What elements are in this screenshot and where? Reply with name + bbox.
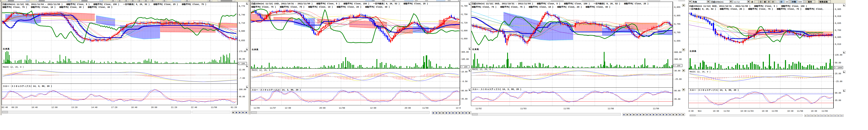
svg-text:8,985: 8,985: [835, 8, 841, 10]
svg-text:8,770: 8,770: [239, 5, 245, 7]
svg-text:12:00: 12:00: [51, 106, 58, 109]
svg-text:16:30: 16:30: [762, 110, 768, 112]
svg-text:10:40: 10:40: [31, 106, 38, 109]
svg-text:11/05: 11/05: [254, 107, 260, 109]
svg-text:複数起動: 複数起動: [819, 1, 828, 3]
svg-text:90.00: 90.00: [674, 90, 680, 92]
svg-text:スロー・ストキャスティクス( 14, 3, 80, 20 ): スロー・ストキャスティクス( 14, 3, 80, 20 ): [3, 85, 52, 87]
svg-text:8,855: 8,855: [674, 6, 680, 8]
svg-text:-9.50: -9.50: [461, 80, 467, 83]
svg-text:300.00: 300.00: [674, 58, 682, 60]
svg-text:× 1000: × 1000: [835, 67, 842, 69]
svg-text:日経225mini 11/12( 60分, 2011/10/: 日経225mini 11/12( 60分, 2011/10/31 - 2011/…: [689, 5, 807, 7]
svg-text:16:30: 16:30: [811, 110, 817, 112]
svg-text:50.00: 50.00: [835, 62, 841, 64]
svg-text:65.00: 65.00: [239, 58, 245, 60]
svg-text:11/09: 11/09: [422, 107, 429, 109]
svg-text:スロー・ストキャスティクス( 14, 3, 80, 20 ): スロー・ストキャスティクス( 14, 3, 80, 20 ): [252, 89, 301, 91]
svg-text:20:00: 20:00: [405, 107, 411, 109]
svg-text:185.00: 185.00: [461, 58, 469, 60]
svg-text:8,710: 8,710: [239, 22, 245, 24]
svg-text:11/08: 11/08: [608, 108, 614, 110]
svg-text:14:40: 14:40: [91, 106, 97, 109]
svg-text:8,655: 8,655: [239, 40, 245, 42]
svg-text:02:40: 02:40: [2, 106, 8, 109]
svg-text:13:20: 13:20: [71, 106, 78, 109]
svg-text:09:20: 09:20: [11, 106, 18, 109]
svg-text:135.00: 135.00: [835, 54, 842, 56]
svg-text:8,685: 8,685: [835, 36, 841, 38]
svg-text:スロー・ストキャスティクス( 14, 3, 80, 20 ): スロー・ストキャスティクス( 14, 3, 80, 20 ): [472, 88, 521, 90]
svg-text:MACD( 12, 26, 9 ): MACD( 12, 26, 9 ): [3, 66, 24, 68]
svg-text:適用: 適用: [808, 1, 812, 3]
svg-text:11/12: 11/12: [734, 1, 740, 3]
svg-text:出来高: 出来高: [690, 50, 696, 52]
svg-text:分: 分: [780, 1, 782, 3]
svg-text:8,720: 8,720: [461, 22, 467, 24]
svg-text:175.00: 175.00: [239, 50, 246, 53]
svg-text:01:20: 01:20: [231, 106, 237, 109]
svg-text:16:30: 16:30: [787, 110, 794, 112]
svg-text:一目均衡表( 9, 26, 52 ) 移動平均( Clo: 一目均衡表( 9, 26, 52 ) 移動平均( Close, 25 ) 移動平…: [689, 8, 824, 10]
svg-text:日: 日: [760, 1, 762, 3]
svg-text:本数: 本数: [792, 1, 796, 3]
svg-text:8,610: 8,610: [835, 43, 841, 46]
svg-text:35.00: 35.00: [674, 98, 680, 100]
svg-text:8,680: 8,680: [239, 30, 245, 32]
svg-text:月: 月: [768, 1, 770, 3]
svg-text:11/05: 11/05: [563, 108, 569, 110]
svg-text:90.00: 90.00: [461, 90, 467, 92]
svg-text:465.00: 465.00: [461, 51, 469, 53]
svg-text:-25.00: -25.00: [835, 80, 842, 83]
svg-text:12:0: 12:0: [456, 107, 461, 109]
svg-text:移動平均( Close, 75 ) 移動平均( Clos: 移動平均( Close, 75 ) 移動平均( Close, 10 ) 移動平均…: [2, 6, 113, 8]
svg-text:8,805: 8,805: [674, 15, 680, 17]
svg-text:× 100: × 100: [462, 66, 467, 68]
svg-text:22:40: 22:40: [191, 106, 197, 109]
svg-text:8,660: 8,660: [461, 37, 467, 40]
svg-text:17:20: 17:20: [111, 106, 117, 109]
svg-text:× 100: × 100: [239, 62, 245, 65]
svg-text:11/09: 11/09: [211, 106, 217, 109]
svg-text:11/03: 11/03: [747, 110, 753, 112]
svg-text:8,705: 8,705: [674, 31, 680, 34]
svg-text:出来高: 出来高: [472, 48, 479, 51]
svg-text:日経225mini: 日経225mini: [711, 1, 723, 3]
svg-text:移動平均( Close, 75 ) 移動平均( Clos: 移動平均( Close, 75 ) 移動平均( Close, 75 ) 移動平均…: [472, 6, 610, 8]
svg-text:足: 足: [751, 1, 753, 3]
svg-text:11/09: 11/09: [653, 108, 659, 110]
svg-text:11/08: 11/08: [339, 107, 345, 109]
svg-text:21:20: 21:20: [171, 106, 177, 109]
svg-text:先物: 先物: [692, 1, 697, 3]
svg-text:12:00: 12:00: [370, 107, 376, 109]
svg-text:11/08: 11/08: [797, 110, 803, 112]
svg-text:8,760: 8,760: [835, 29, 841, 31]
svg-text:8,835: 8,835: [835, 22, 841, 24]
svg-text:1: 1: [776, 1, 778, 3]
svg-text:分: 分: [772, 1, 774, 3]
svg-text:× 100: × 100: [675, 64, 680, 67]
svg-text:-25.00: -25.00: [674, 78, 682, 80]
svg-text:8,910: 8,910: [835, 15, 841, 18]
svg-text:移動平均( Close, 75 ) 移動平均( Clos: 移動平均( Close, 75 ) 移動平均( Close, 75 ) 移動平均…: [251, 6, 390, 8]
svg-text:8,755: 8,755: [674, 23, 680, 25]
svg-text:11/03: 11/03: [520, 108, 526, 110]
svg-text:11/09: 11/09: [822, 110, 828, 112]
svg-text:出来高: 出来高: [3, 48, 9, 50]
svg-text:日経225mini 11/12( 15分, 2011/10/: 日経225mini 11/12( 15分, 2011/10/31 - 2011/…: [251, 2, 428, 5]
svg-text:10.00: 10.00: [461, 71, 467, 73]
svg-text:60: 60: [786, 1, 788, 3]
svg-text:20:00: 20:00: [151, 106, 157, 109]
svg-text:16:30: 16:30: [740, 110, 747, 112]
svg-text:11/02: 11/02: [723, 110, 730, 112]
svg-text:MACD( 12, 26, 9 ): MACD( 12, 26, 9 ): [472, 68, 493, 71]
svg-text:16:30: 16:30: [713, 110, 719, 112]
svg-text:スロー・ストキャスティクス( 14, 3, 80, 20 ): スロー・ストキャスティクス( 14, 3, 80, 20 ): [690, 89, 739, 91]
svg-text:8,780: 8,780: [461, 5, 467, 7]
svg-text:100.00: 100.00: [239, 88, 246, 91]
svg-text:11/05: 11/05: [772, 110, 778, 112]
svg-text:日経225mini 11/12( 30分, 2011/10/: 日経225mini 11/12( 30分, 2011/10/31 - 2011/…: [472, 2, 649, 5]
svg-text:35.00: 35.00: [461, 98, 467, 100]
svg-text:90.00: 90.00: [835, 92, 841, 94]
svg-text:-7.00: -7.00: [239, 77, 245, 79]
